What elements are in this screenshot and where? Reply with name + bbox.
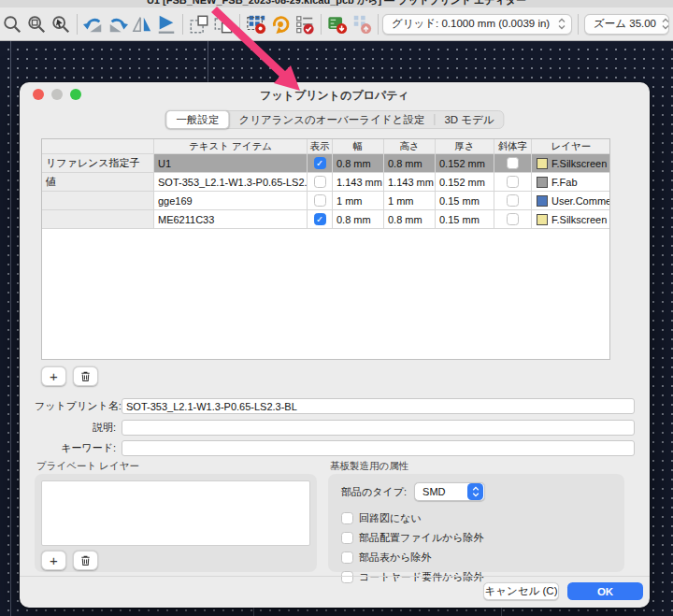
cell-width[interactable]: 0.8 mm [333,154,384,173]
description-input[interactable] [122,420,635,436]
cell-thickness[interactable]: 0.15 mm [436,192,494,210]
cell-show[interactable] [308,154,333,173]
italic-checkbox[interactable] [507,194,519,207]
layer-swatch [537,177,548,188]
cell-text[interactable]: gge169 [154,192,308,210]
component-type-select[interactable]: SMD [414,482,485,501]
cell-height[interactable]: 0.8 mm [384,210,436,229]
keywords-label: キーワード: [35,441,122,455]
window-titlebar: U1 [FSB_NEW_FSB_2023-08-29.kicad_pcb から]… [0,0,673,7]
flip-horizontal-icon[interactable] [154,12,179,36]
layer-name: User.Comments [551,195,610,207]
private-layers-label: プライベート レイヤー [36,460,139,473]
update-footprint-icon[interactable] [268,12,293,36]
undo-icon[interactable] [81,12,106,36]
load-footprint-from-board-icon[interactable] [325,12,350,36]
zoom-in-icon[interactable] [0,12,24,36]
layer-name: F.Silkscreen [551,214,607,225]
text-items-table: テキスト アイテム 表示 幅 高さ 厚さ 斜体字 レイヤー リファレンス指定子 … [41,138,610,360]
add-text-item-button[interactable]: + [41,366,66,386]
cell-height[interactable]: 0.8 mm [384,154,436,173]
cell-italic[interactable] [494,210,532,229]
delete-private-layer-button[interactable] [73,551,98,570]
italic-checkbox[interactable] [507,213,519,225]
redo-icon[interactable] [106,12,130,36]
layer-swatch [537,214,548,225]
cell-width[interactable]: 1.143 mm [333,173,384,192]
layer-name: F.Silkscreen [551,158,607,169]
footprint-checker-icon[interactable] [293,12,317,36]
delete-text-item-button[interactable] [73,366,98,386]
cell-italic[interactable] [494,192,532,210]
grid-select-value: グリッド: 0.1000 mm (0.0039 in) [392,17,552,31]
add-private-layer-button[interactable]: + [41,551,66,570]
cell-height[interactable]: 1 mm [384,192,436,210]
layer-name: F.Fab [551,177,578,188]
not-in-schematic-label: 回路図にない [359,511,422,525]
page-frame-line [501,608,502,616]
cell-thickness[interactable]: 0.15 mm [436,210,494,229]
cell-thickness[interactable]: 0.152 mm [436,173,494,192]
zoom-select[interactable]: ズーム 35.00 [584,14,669,35]
exempt-from-courtyard-checkbox[interactable] [341,571,353,583]
description-label: 説明: [35,421,122,435]
cell-height[interactable]: 1.143 mm [384,173,436,192]
cell-layer[interactable]: F.Silkscreen [532,154,610,173]
show-checkbox[interactable] [314,157,326,169]
col-header-show: 表示 [308,139,333,154]
table-row-text3: gge169 1 mm 1 mm 0.15 mm User.Comments [42,192,609,210]
cell-show[interactable] [308,192,333,210]
exclude-from-position-files-checkbox[interactable] [341,532,353,544]
keywords-input[interactable] [122,440,635,456]
cancel-button[interactable]: キャンセル (C) [483,582,559,600]
zoom-selection-icon[interactable] [49,12,73,36]
cell-text[interactable]: ME6211C33 [154,210,308,229]
cell-thickness[interactable]: 0.152 mm [436,154,494,173]
toolbar-separator [239,14,240,35]
cell-italic[interactable] [494,173,532,192]
private-layers-list[interactable] [41,480,310,546]
exempt-from-courtyard-label: コートヤード要件から除外 [359,570,484,584]
page-frame-line [10,41,11,616]
zoom-fit-icon[interactable] [24,12,49,36]
private-layers-panel: + [35,474,317,572]
cell-layer[interactable]: F.Fab [532,173,610,192]
ok-button[interactable]: OK [567,582,643,600]
show-checkbox[interactable] [314,194,326,207]
cell-width[interactable]: 1 mm [333,192,384,210]
tab-general[interactable]: 一般設定 [165,110,229,129]
footprint-name-input[interactable] [122,398,635,414]
cell-layer[interactable]: User.Comments [532,192,610,210]
show-checkbox[interactable] [314,176,326,188]
flip-vertical-icon[interactable] [130,12,154,36]
cell-italic[interactable] [494,154,532,173]
cell-text[interactable]: SOT-353_L2.1-W1.3-P0.65-LS2.3-BL [154,173,308,192]
italic-checkbox[interactable] [507,176,519,188]
exclude-from-bom-label: 部品表から除外 [359,551,432,565]
italic-checkbox[interactable] [507,157,519,169]
table-corner [42,139,154,154]
footer-divider [20,576,650,577]
table-row-reference: リファレンス指定子 U1 0.8 mm 0.8 mm 0.152 mm F.Si… [42,154,609,173]
col-header-width: 幅 [333,139,384,154]
ungroup-icon[interactable] [211,12,236,36]
trash-icon [79,370,92,382]
grid-select[interactable]: グリッド: 0.1000 mm (0.0039 in) [382,14,572,35]
group-icon[interactable] [187,12,211,36]
cell-show[interactable] [308,173,333,192]
page-frame-line [253,608,254,616]
footprint-properties-icon[interactable] [244,12,268,36]
row-label [42,192,154,210]
cell-width[interactable]: 0.8 mm [333,210,384,229]
cell-show[interactable] [308,210,333,229]
col-header-thickness: 厚さ [436,139,494,154]
table-row-value: 値 SOT-353_L2.1-W1.3-P0.65-LS2.3-BL 1.143… [42,173,609,192]
footprint-properties-dialog: フットプリントのプロパティ 一般設定 クリアランスのオーバーライドと設定 3D … [20,82,650,608]
tab-clearance-overrides[interactable]: クリアランスのオーバーライドと設定 [229,111,434,128]
exclude-from-bom-checkbox[interactable] [341,552,353,564]
not-in-schematic-checkbox[interactable] [341,512,353,524]
cell-text[interactable]: U1 [154,154,308,173]
show-checkbox[interactable] [314,213,326,225]
tab-3d-models[interactable]: 3D モデル [435,111,503,128]
cell-layer[interactable]: F.Silkscreen [532,210,610,229]
